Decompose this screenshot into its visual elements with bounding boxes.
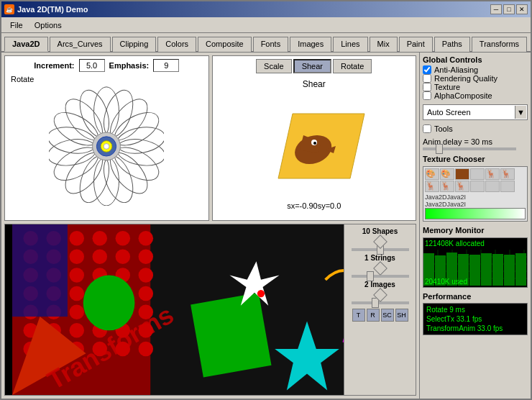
texture-cell[interactable]: 🎨 [425,168,439,180]
increment-input[interactable] [79,59,105,72]
texture-preview [425,208,526,219]
texture-chooser-section: Texture Chooser 🎨 🎨 🦌 🦌 🦌 🦌 🦌 [423,155,528,222]
svg-point-32 [69,231,83,245]
file-menu[interactable]: File [4,19,29,31]
tab-images[interactable]: Images [290,37,331,52]
texture-grid: 🎨 🎨 🦌 🦌 🦌 🦌 🦌 Java2DJa [423,166,528,222]
svg-point-56 [69,304,83,319]
tab-mix[interactable]: Mix [370,37,398,52]
titlebar: ☕ Java 2D(TM) Demo ─ □ ✕ [1,1,531,17]
memory-monitor-title: Memory Monitor [423,226,528,235]
shear-canvas [257,92,372,200]
global-controls-section: Global Controls Anti-Aliasing Rendering … [423,55,528,100]
anti-aliasing-row: Anti-Aliasing [423,65,528,74]
main-panel: Increment: Emphasis: Rotate [1,53,419,399]
tab-clipping[interactable]: Clipping [112,37,157,52]
svg-rect-100 [515,253,526,286]
tools-checkbox[interactable] [423,124,431,133]
svg-point-33 [93,231,107,245]
svg-point-39 [93,250,107,264]
svg-point-14 [49,124,98,157]
auto-screen-arrow[interactable]: ▼ [515,106,526,119]
svg-point-34 [116,231,130,245]
anim-delay-row: Anim delay = 30 ms [423,137,528,150]
texture-label-1: Java2DJava2I [425,194,526,201]
strings-control: 1 Strings [347,254,413,278]
memory-used-text: 20410K used [425,278,467,286]
tab-java2d[interactable]: Java2D [4,37,48,52]
anti-aliasing-checkbox[interactable] [423,65,431,74]
texture-label: Texture [434,83,460,91]
texture-cell[interactable]: 🦌 [500,168,515,180]
tab-lines[interactable]: Lines [333,37,367,52]
svg-rect-76 [191,293,271,378]
rendering-quality-checkbox[interactable] [423,74,431,83]
emphasis-label: Emphasis: [109,61,150,70]
rotate-button[interactable]: Rotate [333,59,372,73]
maximize-button[interactable]: □ [503,4,515,14]
svg-point-40 [116,250,130,264]
texture-cell[interactable]: 🦌 [455,181,469,192]
bottom-right-controls: 10 Shapes 1 Strings 2 Images [344,224,416,395]
tools-row: Tools [423,124,528,133]
rendering-quality-row: Rendering Quality [423,74,528,83]
menubar: File Options [1,17,531,33]
perf-line-1: Rotate 9 ms [425,305,526,314]
auto-screen-label: Auto Screen [424,107,515,117]
tab-composite[interactable]: Composite [198,37,252,52]
window-title: Java 2D(TM) Demo [17,5,88,14]
trsc-buttons: T R SC SH [347,309,413,322]
shear-button[interactable]: Shear [293,59,331,73]
texture-cell[interactable] [470,168,485,180]
svg-point-35 [139,231,153,245]
texture-label-2: Java2DJava2I [425,201,526,208]
svg-point-47 [139,268,153,282]
svg-rect-72 [12,224,68,317]
sc-button[interactable]: SC [381,309,394,322]
scale-button[interactable]: Scale [256,59,292,73]
tab-paths[interactable]: Paths [434,37,470,52]
texture-cell[interactable]: 🦌 [485,168,500,180]
tab-fonts[interactable]: Fonts [253,37,289,52]
svg-point-62 [69,323,83,337]
r-button[interactable]: R [367,309,380,322]
tools-label: Tools [434,124,453,133]
images-control: 2 Images [347,281,413,304]
tab-paint[interactable]: Paint [399,37,433,52]
options-menu[interactable]: Options [29,19,68,31]
svg-point-26 [313,142,316,145]
svg-point-44 [69,268,83,282]
right-sidebar: Global Controls Anti-Aliasing Rendering … [419,53,531,399]
auto-screen-dropdown[interactable]: Auto Screen ▼ [423,104,528,120]
minimize-button[interactable]: ─ [490,4,502,14]
texture-cell[interactable]: 🎨 [440,168,454,180]
svg-rect-97 [481,253,492,286]
texture-cell[interactable] [485,181,500,192]
texture-cell[interactable] [455,168,469,180]
tab-transforms[interactable]: Transforms [472,37,527,52]
tab-arcs-curves[interactable]: Arcs_Curves [50,37,111,52]
sh-button[interactable]: SH [395,309,408,322]
rotate-label: Rotate [11,75,34,83]
alpha-composite-row: AlphaComposite [423,91,528,100]
alpha-composite-label: AlphaComposite [434,91,492,100]
texture-cell[interactable] [500,181,515,192]
texture-chooser-title: Texture Chooser [423,155,528,163]
texture-cell[interactable]: 🦌 [425,181,439,192]
texture-cell[interactable]: 🦌 [440,181,454,192]
anti-aliasing-label: Anti-Aliasing [434,65,478,74]
svg-point-53 [139,286,153,301]
emphasis-input[interactable] [153,59,179,72]
tab-colors[interactable]: Colors [157,37,196,52]
close-button[interactable]: ✕ [516,4,528,14]
alpha-composite-checkbox[interactable] [423,91,431,100]
texture-cell[interactable] [470,181,485,192]
perf-line-3: TransformAnim 33.0 fps [425,324,526,333]
anim-delay-slider[interactable] [423,147,516,150]
titlebar-buttons[interactable]: ─ □ ✕ [490,4,528,14]
top-row: Increment: Emphasis: Rotate [4,55,416,221]
svg-point-4 [115,124,165,157]
t-button[interactable]: T [352,309,365,322]
texture-row: Texture [423,83,528,91]
texture-checkbox[interactable] [423,83,431,91]
